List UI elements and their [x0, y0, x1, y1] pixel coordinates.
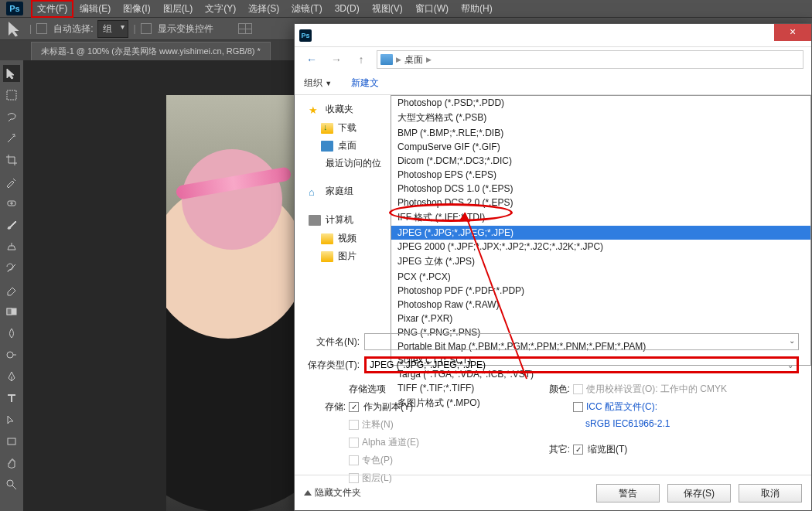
sidebar-videos[interactable]: 视频: [295, 230, 387, 247]
svg-point-6: [7, 480, 13, 486]
dialog-nav: ← → ↑ ▶ 桌面 ▶: [295, 47, 811, 72]
format-option[interactable]: PCX (*.PCX): [391, 270, 810, 284]
format-option[interactable]: BMP (*.BMP;*.RLE;*.DIB): [391, 126, 810, 140]
filetype-label: 保存类型(T):: [307, 359, 360, 372]
format-option[interactable]: Photoshop DCS 1.0 (*.EPS): [391, 182, 810, 196]
format-option[interactable]: Photoshop EPS (*.EPS): [391, 168, 810, 182]
sidebar-downloads[interactable]: 下载: [295, 119, 387, 137]
filetype-row: 保存类型(T): JPEG (*.JPG;*.JPEG;*.JPE)⌄: [295, 353, 811, 376]
sidebar-recent[interactable]: 最近访问的位: [295, 155, 387, 172]
document-tab[interactable]: 未标题-1 @ 100% (亦是美网络 www.yishimei.cn, RGB…: [31, 42, 271, 60]
menu-layer[interactable]: 图层(L): [157, 0, 200, 18]
organize-button[interactable]: 组织 ▼: [304, 77, 332, 90]
menu-3d[interactable]: 3D(D): [329, 1, 366, 16]
format-option[interactable]: Photoshop Raw (*.RAW): [391, 298, 810, 312]
filetype-combo[interactable]: JPEG (*.JPG;*.JPEG;*.JPE)⌄: [364, 356, 799, 373]
image-content: [176, 166, 292, 200]
spot-label: 专色(P): [362, 454, 393, 467]
menu-type[interactable]: 文字(Y): [199, 0, 242, 18]
menu-view[interactable]: 视图(V): [366, 0, 409, 18]
dodge-tool[interactable]: [3, 346, 20, 363]
breadcrumb-bar[interactable]: ▶ 桌面 ▶: [377, 50, 803, 69]
sidebar-favorites[interactable]: ★收藏夹: [295, 100, 387, 119]
sidebar-computer[interactable]: 计算机: [295, 210, 387, 230]
menu-file[interactable]: 文件(F): [31, 0, 73, 18]
eraser-tool[interactable]: [3, 281, 20, 298]
nav-forward-icon[interactable]: →: [327, 50, 346, 69]
magic-wand-tool[interactable]: [3, 130, 20, 147]
sidebar-desktop[interactable]: 桌面: [295, 137, 387, 155]
format-option[interactable]: Photoshop DCS 2.0 (*.EPS): [391, 196, 810, 210]
menu-filter[interactable]: 滤镜(T): [285, 0, 328, 18]
auto-select-dropdown[interactable]: 组: [97, 20, 128, 38]
format-option[interactable]: Dicom (*.DCM;*.DC3;*.DIC): [391, 154, 810, 168]
homegroup-icon: ⌂: [309, 186, 321, 197]
thumbnail-checkbox[interactable]: [573, 445, 583, 455]
healing-brush-tool[interactable]: [3, 195, 20, 212]
icc-value: sRGB IEC61966-2.1: [585, 418, 670, 429]
rectangle-tool[interactable]: [3, 433, 20, 450]
marquee-tool[interactable]: [3, 87, 20, 104]
svg-rect-0: [7, 90, 16, 100]
desktop-icon: [321, 141, 333, 152]
file-type-dropdown-list[interactable]: Photoshop (*.PSD;*.PDD) 大型文档格式 (*.PSB) B…: [391, 95, 811, 366]
pen-tool[interactable]: [3, 368, 20, 385]
crumb-sep-icon: ▶: [396, 56, 401, 63]
format-option[interactable]: Photoshop (*.PSD;*.PDD): [391, 96, 810, 110]
menu-edit[interactable]: 编辑(E): [73, 0, 117, 18]
computer-icon: [309, 215, 321, 226]
zoom-tool[interactable]: [3, 476, 20, 493]
dialog-body: ★收藏夹 下载 桌面 最近访问的位 ⌂家庭组 计算机 视频 图片 Photosh…: [295, 95, 811, 335]
filename-row: 文件名(N): ⌄: [295, 330, 811, 353]
format-option-jpeg[interactable]: JPEG (*.JPG;*.JPEG;*.JPE): [391, 226, 810, 240]
type-tool[interactable]: [3, 390, 20, 407]
auto-select-label: 自动选择:: [53, 22, 93, 36]
warning-button[interactable]: 警告: [596, 484, 660, 502]
show-transform-checkbox[interactable]: [141, 23, 152, 34]
cancel-button[interactable]: 取消: [739, 484, 802, 502]
desktop-icon: [380, 54, 393, 65]
crumb-desktop[interactable]: 桌面: [404, 53, 423, 66]
eyedropper-tool[interactable]: [3, 173, 20, 190]
lasso-tool[interactable]: [3, 108, 20, 125]
document-image: [166, 95, 302, 511]
dialog-footer: 隐藏文件夹 警告 保存(S) 取消: [295, 475, 811, 510]
format-option[interactable]: JPEG 2000 (*.JPF;*.JPX;*.JP2;*.J2C;*.J2K…: [391, 240, 810, 254]
store-label: 存储:: [307, 400, 346, 414]
format-option[interactable]: 多图片格式 (*.MPO): [391, 395, 810, 411]
menu-window[interactable]: 窗口(W): [409, 0, 455, 18]
path-selection-tool[interactable]: [3, 411, 20, 428]
gradient-tool[interactable]: [3, 303, 20, 320]
format-option[interactable]: JPEG 立体 (*.JPS): [391, 254, 810, 270]
auto-select-checkbox[interactable]: [36, 23, 47, 34]
format-option[interactable]: CompuServe GIF (*.GIF): [391, 140, 810, 154]
menu-help[interactable]: 帮助(H): [455, 0, 499, 18]
format-option[interactable]: TIFF (*.TIF;*.TIFF): [391, 381, 810, 395]
history-brush-tool[interactable]: [3, 260, 20, 277]
format-option[interactable]: 大型文档格式 (*.PSB): [391, 110, 810, 126]
crop-tool[interactable]: [3, 152, 20, 169]
format-option[interactable]: Photoshop PDF (*.PDF;*.PDP): [391, 284, 810, 298]
new-folder-button[interactable]: 新建文: [351, 77, 379, 90]
hide-folders-toggle[interactable]: 隐藏文件夹: [304, 486, 361, 499]
menu-select[interactable]: 选择(S): [242, 0, 285, 18]
move-tool[interactable]: [3, 65, 20, 82]
nav-back-icon[interactable]: ←: [302, 50, 321, 69]
filename-combo[interactable]: ⌄: [364, 333, 799, 350]
blur-tool[interactable]: [3, 325, 20, 342]
sidebar-homegroup[interactable]: ⌂家庭组: [295, 182, 387, 201]
hand-tool[interactable]: [3, 455, 20, 472]
nav-up-icon[interactable]: ↑: [352, 50, 370, 69]
move-tool-icon[interactable]: [6, 21, 25, 36]
brush-tool[interactable]: [3, 216, 20, 233]
close-button[interactable]: ×: [774, 24, 811, 41]
as-copy-checkbox[interactable]: [349, 402, 359, 412]
menu-image[interactable]: 图像(I): [117, 0, 156, 18]
save-button[interactable]: 保存(S): [667, 484, 731, 502]
format-option[interactable]: IFF 格式 (*.IFF;*.TDI): [391, 210, 810, 226]
clone-stamp-tool[interactable]: [3, 238, 20, 255]
align-icon[interactable]: [238, 23, 252, 34]
sidebar-pictures[interactable]: 图片: [295, 247, 387, 265]
spot-checkbox: [349, 455, 359, 465]
format-option[interactable]: Pixar (*.PXR): [391, 312, 810, 325]
